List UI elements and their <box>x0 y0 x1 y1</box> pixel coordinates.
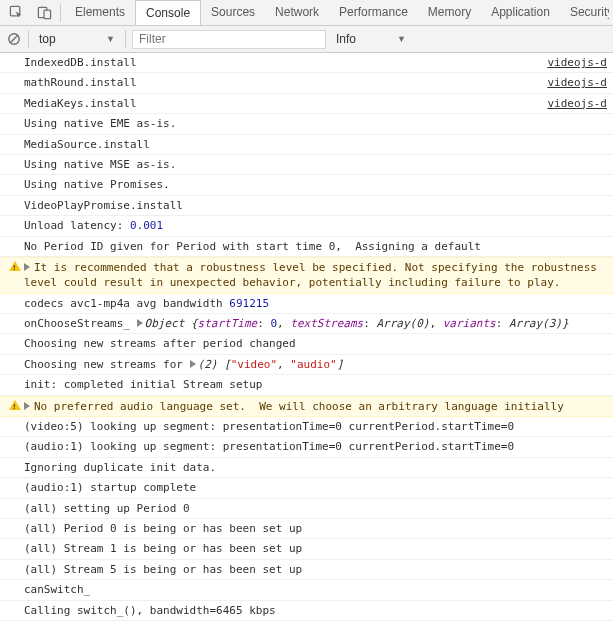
log-row[interactable]: (all) Stream 5 is being or has been set … <box>0 560 613 580</box>
row-gutter <box>0 439 24 440</box>
row-gutter <box>0 357 24 358</box>
level-label: Info <box>336 32 356 46</box>
divider <box>28 30 29 48</box>
row-gutter <box>0 218 24 219</box>
log-row[interactable]: (all) Stream 1 is being or has been set … <box>0 539 613 559</box>
console-log[interactable]: IndexedDB.installvideojs-dmathRound.inst… <box>0 53 613 622</box>
log-row[interactable]: canSwitch_ <box>0 580 613 600</box>
row-gutter <box>0 501 24 502</box>
row-gutter <box>0 460 24 461</box>
log-row[interactable]: onChooseStreams_ Object {startTime: 0, t… <box>0 314 613 334</box>
log-message: MediaSource.install <box>24 137 607 152</box>
log-row[interactable]: (audio:1) startup complete <box>0 478 613 498</box>
log-message: Using native Promises. <box>24 177 607 192</box>
row-gutter <box>0 582 24 583</box>
expand-icon[interactable] <box>137 319 143 327</box>
log-message: codecs avc1-mp4a avg bandwidth 691215 <box>24 296 607 311</box>
log-row[interactable]: Using native Promises. <box>0 175 613 195</box>
log-message: No Period ID given for Period with start… <box>24 239 607 254</box>
context-selector[interactable]: top ▼ <box>35 29 119 49</box>
warning-icon <box>9 400 21 410</box>
log-row[interactable]: mathRound.installvideojs-d <box>0 73 613 93</box>
row-gutter <box>0 239 24 240</box>
row-gutter <box>0 96 24 97</box>
log-row[interactable]: MediaSource.install <box>0 135 613 155</box>
source-link[interactable]: videojs-d <box>539 75 607 90</box>
log-row[interactable]: Unload latency: 0.001 <box>0 216 613 236</box>
tab-memory[interactable]: Memory <box>418 0 481 25</box>
chevron-down-icon: ▼ <box>397 34 406 44</box>
row-gutter <box>0 75 24 76</box>
log-message: (all) Stream 5 is being or has been set … <box>24 562 607 577</box>
log-message: Ignoring duplicate init data. <box>24 460 607 475</box>
log-row-warning[interactable]: No preferred audio language set. We will… <box>0 396 613 417</box>
log-row[interactable]: Using native MSE as-is. <box>0 155 613 175</box>
log-row[interactable]: Ignoring duplicate init data. <box>0 458 613 478</box>
log-message: Choosing new streams after period change… <box>24 336 607 351</box>
row-gutter <box>0 419 24 420</box>
log-message: (all) Stream 1 is being or has been set … <box>24 541 607 556</box>
log-row[interactable]: Choosing new streams after period change… <box>0 334 613 354</box>
tab-performance[interactable]: Performance <box>329 0 418 25</box>
tab-network[interactable]: Network <box>265 0 329 25</box>
log-row[interactable]: Choosing new streams for (2) ["video", "… <box>0 355 613 375</box>
log-row[interactable]: No Period ID given for Period with start… <box>0 237 613 257</box>
row-gutter <box>0 137 24 138</box>
log-message: (all) Period 0 is being or has been set … <box>24 521 607 536</box>
row-gutter <box>0 55 24 56</box>
row-gutter <box>0 316 24 317</box>
log-message: IndexedDB.install <box>24 55 539 70</box>
tab-console[interactable]: Console <box>135 0 201 25</box>
row-gutter <box>0 157 24 158</box>
log-message: Unload latency: 0.001 <box>24 218 607 233</box>
expand-icon[interactable] <box>24 402 30 410</box>
log-row[interactable]: VideoPlayPromise.install <box>0 196 613 216</box>
log-message: (audio:1) looking up segment: presentati… <box>24 439 607 454</box>
log-row[interactable]: (all) Period 0 is being or has been set … <box>0 519 613 539</box>
log-row[interactable]: MediaKeys.installvideojs-d <box>0 94 613 114</box>
tab-application[interactable]: Application <box>481 0 560 25</box>
log-row[interactable]: (video:5) looking up segment: presentati… <box>0 417 613 437</box>
log-level-selector[interactable]: Info ▼ <box>332 29 410 49</box>
row-gutter <box>0 521 24 522</box>
log-message: It is recommended that a robustness leve… <box>24 260 607 291</box>
warning-icon <box>9 261 21 271</box>
log-row[interactable]: Calling switch_(), bandwidth=6465 kbps <box>0 601 613 621</box>
expand-icon[interactable] <box>24 263 30 271</box>
device-toolbar-icon[interactable] <box>32 2 56 24</box>
filter-input[interactable] <box>132 30 326 49</box>
log-message: (video:5) looking up segment: presentati… <box>24 419 607 434</box>
console-filterbar: top ▼ Info ▼ <box>0 26 613 53</box>
log-message: init: completed initial Stream setup <box>24 377 607 392</box>
tab-security[interactable]: Security <box>560 0 609 25</box>
log-row-warning[interactable]: It is recommended that a robustness leve… <box>0 257 613 294</box>
row-gutter <box>0 399 24 410</box>
log-row[interactable]: Using native EME as-is. <box>0 114 613 134</box>
row-gutter <box>0 198 24 199</box>
row-gutter <box>0 562 24 563</box>
source-link[interactable]: videojs-d <box>539 55 607 70</box>
expand-icon[interactable] <box>190 360 196 368</box>
tab-elements[interactable]: Elements <box>65 0 135 25</box>
log-message: (all) setting up Period 0 <box>24 501 607 516</box>
row-gutter <box>0 260 24 271</box>
log-row[interactable]: (audio:1) looking up segment: presentati… <box>0 437 613 457</box>
tab-sources[interactable]: Sources <box>201 0 265 25</box>
log-row[interactable]: IndexedDB.installvideojs-d <box>0 53 613 73</box>
row-gutter <box>0 541 24 542</box>
source-link[interactable]: videojs-d <box>539 96 607 111</box>
clear-console-icon[interactable] <box>6 31 22 47</box>
log-message: canSwitch_ <box>24 582 607 597</box>
inspect-element-icon[interactable] <box>4 2 28 24</box>
log-row[interactable]: init: completed initial Stream setup <box>0 375 613 395</box>
log-message: mathRound.install <box>24 75 539 90</box>
row-gutter <box>0 116 24 117</box>
divider <box>125 30 126 48</box>
log-row[interactable]: codecs avc1-mp4a avg bandwidth 691215 <box>0 294 613 314</box>
log-message: Using native EME as-is. <box>24 116 607 131</box>
log-row[interactable]: (all) setting up Period 0 <box>0 499 613 519</box>
log-message: No preferred audio language set. We will… <box>24 399 607 414</box>
panel-tabs: Elements Console Sources Network Perform… <box>65 0 609 25</box>
svg-rect-2 <box>44 10 51 18</box>
svg-line-4 <box>10 35 17 42</box>
